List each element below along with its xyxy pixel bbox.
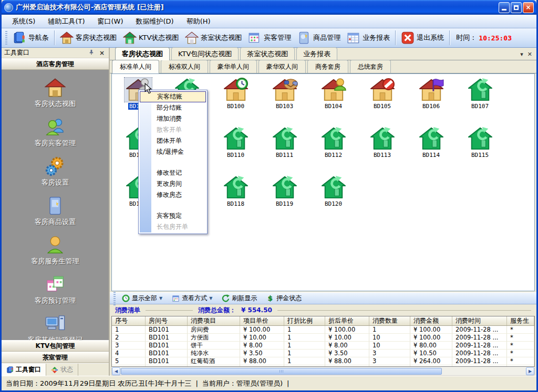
table-header-cell[interactable]: 服务生 bbox=[507, 316, 534, 325]
menu-item[interactable]: 辅助工具(T) bbox=[42, 15, 91, 28]
view-tab[interactable]: 业务报表 bbox=[296, 47, 337, 60]
toolbar-gripper[interactable] bbox=[5, 31, 7, 45]
sidebar-nav-item[interactable]: 客房预订管理 bbox=[35, 274, 76, 305]
footer-tab-tools[interactable]: 工具窗口 bbox=[2, 364, 46, 376]
table-header-cell[interactable]: 消费金额 bbox=[410, 316, 452, 325]
toolbar-button-label: 退出系统 bbox=[417, 33, 444, 43]
table-row[interactable]: 1 BD101 房间费 ¥ 100.00 1 ¥ 100.00 1 ¥ 100.… bbox=[112, 326, 534, 334]
room-cell[interactable]: BD120 bbox=[309, 174, 358, 223]
toolbar-button[interactable]: 宾客管理 bbox=[245, 30, 294, 46]
context-menu-item[interactable]: 长包房开单 bbox=[140, 221, 206, 232]
sidebar-nav-item[interactable]: 客房设置 bbox=[42, 156, 69, 187]
scroll-right-icon[interactable]: ▶ bbox=[526, 367, 534, 375]
room-cell[interactable]: BD104 bbox=[309, 76, 358, 125]
view-tab[interactable]: 客房状态视图 bbox=[115, 47, 170, 60]
table-header-cell[interactable]: 项目单价 bbox=[240, 316, 284, 325]
room-type-tab[interactable]: 豪华单人间 bbox=[210, 60, 257, 73]
sidebar-nav-item[interactable]: 客房宾客管理 bbox=[35, 116, 76, 148]
toolbar-button[interactable]: 茶室状态视图 bbox=[182, 30, 245, 46]
maximize-button[interactable] bbox=[511, 2, 522, 13]
room-cell[interactable]: BD112 bbox=[309, 125, 358, 174]
toolbar-button[interactable]: 导航条 bbox=[9, 30, 52, 46]
sidebar-nav-label: 客房状态视图 bbox=[35, 99, 76, 109]
room-cell[interactable]: BD115 bbox=[456, 125, 504, 174]
room-cell[interactable]: BD113 bbox=[358, 125, 407, 174]
table-header-cell[interactable]: 房间号 bbox=[146, 316, 188, 325]
sidebar-nav-item[interactable]: 客房商品设置 bbox=[35, 195, 76, 227]
room-cell[interactable]: BD114 bbox=[407, 125, 456, 174]
pin-icon[interactable] bbox=[87, 49, 96, 57]
menu-item[interactable]: 窗口(W) bbox=[91, 15, 130, 28]
table-row[interactable]: 3 BD101 饼干 ¥ 8.00 1 ¥ 8.00 10 ¥ 80.00 20… bbox=[112, 342, 534, 349]
table-row[interactable]: 2 BD101 方便面 ¥ 10.00 1 ¥ 10.00 10 ¥ 100.0… bbox=[112, 334, 534, 342]
minimize-button[interactable] bbox=[499, 2, 510, 13]
sidebar-nav-item[interactable]: 客房状态视图 bbox=[35, 77, 76, 109]
sidebar-group-hotel-rooms[interactable]: 酒店客房管理 bbox=[2, 58, 109, 70]
table-header-cell[interactable]: 消费项目 bbox=[188, 316, 240, 325]
toolbar-button[interactable]: 客房状态视图 bbox=[57, 30, 120, 46]
table-row[interactable]: 4 BD101 纯净水 ¥ 3.50 1 ¥ 3.50 3 ¥ 10.50 20… bbox=[112, 349, 534, 357]
panel-toolbar-button[interactable]: 刷新显示 ▼ bbox=[219, 293, 260, 303]
table-header-cell[interactable]: 折后单价 bbox=[325, 316, 369, 325]
context-menu-item[interactable]: 宾客预定 bbox=[140, 210, 206, 221]
room-cell[interactable]: BD110 bbox=[211, 125, 260, 174]
sidebar-nav-icon bbox=[45, 156, 66, 177]
sidebar-group-tea[interactable]: 茶室管理 bbox=[2, 352, 109, 363]
context-menu-item[interactable]: 散客开单 bbox=[140, 124, 206, 135]
menu-item[interactable]: 帮助(H) bbox=[180, 15, 217, 28]
toolbar-buttons: 导航条 客房状态视图 KTV状态视图 茶室状态视图 宾客管理 商品管理 bbox=[9, 30, 447, 46]
scrollbar-thumb[interactable] bbox=[121, 368, 442, 375]
close-panel-icon[interactable]: × bbox=[98, 49, 106, 57]
room-house-icon bbox=[320, 126, 347, 151]
context-menu-item[interactable]: 修改房态 bbox=[140, 189, 206, 200]
room-cell[interactable]: BD105 bbox=[358, 76, 407, 125]
table-header-cell[interactable]: 序号 bbox=[112, 316, 146, 325]
room-type-tab[interactable]: 总统套房 bbox=[350, 60, 391, 73]
room-cell[interactable]: BD107 bbox=[456, 76, 504, 125]
tab-dropdown-icon[interactable]: ▾ bbox=[520, 51, 523, 58]
room-label: BD120 bbox=[324, 200, 343, 207]
table-header-cell[interactable]: 打折比例 bbox=[284, 316, 325, 325]
table-row[interactable]: 5 BD101 红葡萄酒 ¥ 88.00 1 ¥ 88.00 3 ¥ 264.0… bbox=[112, 357, 534, 365]
room-cell[interactable]: BD119 bbox=[260, 174, 309, 223]
view-tab[interactable]: 茶室状态视图 bbox=[240, 47, 295, 60]
window-title: 广州爱启迪技术有限公司-酒店管理系统 [已注册] bbox=[16, 3, 498, 12]
table-header-cell[interactable]: 消费时间 bbox=[452, 316, 507, 325]
panel-toolbar-button[interactable]: 查看方式 ▼ bbox=[169, 293, 215, 303]
room-cell[interactable]: BD100 bbox=[211, 76, 260, 125]
context-menu-item[interactable]: 更改房间 bbox=[140, 178, 206, 189]
menu-item[interactable]: 数据维护(D) bbox=[130, 15, 180, 28]
close-button[interactable]: × bbox=[523, 2, 534, 13]
panel-toolbar-button[interactable]: 显示全部 ▼ bbox=[119, 293, 165, 303]
view-tab[interactable]: KTV包间状态视图 bbox=[171, 47, 239, 60]
sidebar-nav-item[interactable]: 客房其他款项登记 bbox=[28, 313, 82, 340]
room-cell[interactable]: BD106 bbox=[407, 76, 456, 125]
status-separator: | bbox=[195, 379, 198, 387]
context-menu-item[interactable]: 续/退押金 bbox=[140, 146, 206, 157]
room-cell[interactable]: BD111 bbox=[260, 125, 309, 174]
context-menu-item[interactable]: 增加消费 bbox=[140, 113, 206, 124]
panel-toolbar-gripper[interactable] bbox=[113, 292, 116, 305]
context-menu-item[interactable]: 修改登记 bbox=[140, 167, 206, 178]
sidebar-nav-label: 客房宾客管理 bbox=[35, 139, 76, 148]
context-menu-item[interactable]: 团体开单 bbox=[140, 135, 206, 146]
menu-item[interactable]: 系统(S) bbox=[6, 15, 42, 28]
room-type-tab[interactable]: 标准双人间 bbox=[161, 60, 208, 73]
room-type-tab[interactable]: 豪华双人间 bbox=[258, 60, 306, 73]
scroll-left-icon[interactable]: ◀ bbox=[112, 367, 120, 375]
room-type-tab[interactable]: 商务套房 bbox=[307, 60, 348, 73]
tab-close-icon[interactable]: ✕ bbox=[527, 51, 532, 58]
room-cell[interactable]: BD118 bbox=[211, 174, 260, 223]
room-cell[interactable]: BD103 bbox=[260, 76, 309, 125]
toolbar-button[interactable]: 退出系统 bbox=[398, 30, 447, 46]
context-menu-item[interactable]: 部分结账 bbox=[140, 102, 206, 113]
table-header-cell[interactable]: 消费数量 bbox=[369, 316, 410, 325]
toolbar-button[interactable]: KTV状态视图 bbox=[120, 30, 182, 46]
sidebar-nav-item[interactable]: 客房服务生管理 bbox=[32, 235, 79, 266]
sidebar-group-ktv[interactable]: KTV包间管理 bbox=[2, 340, 109, 352]
footer-tab-status[interactable]: 状态 bbox=[46, 364, 78, 376]
room-type-tab[interactable]: 标准单人间 bbox=[112, 60, 159, 73]
panel-toolbar-button[interactable]: $ 押金状态 ▼ bbox=[263, 293, 305, 303]
toolbar-button[interactable]: 业务报表 bbox=[344, 30, 393, 46]
toolbar-button[interactable]: 商品管理 bbox=[294, 30, 344, 46]
